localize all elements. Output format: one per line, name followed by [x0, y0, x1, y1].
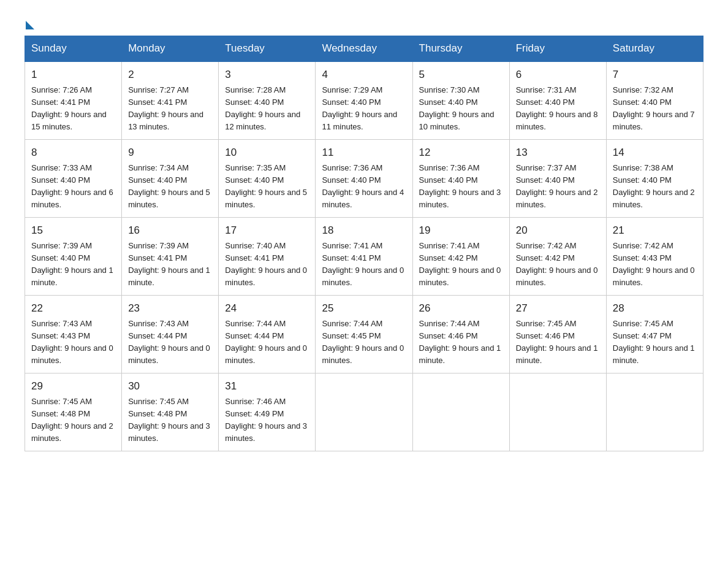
- calendar-week-row: 8Sunrise: 7:33 AMSunset: 4:40 PMDaylight…: [25, 140, 703, 218]
- calendar-cell: 25Sunrise: 7:44 AMSunset: 4:45 PMDayligh…: [316, 296, 412, 373]
- day-info: Sunrise: 7:28 AMSunset: 4:40 PMDaylight:…: [225, 84, 309, 134]
- day-info: Sunrise: 7:39 AMSunset: 4:41 PMDaylight:…: [128, 240, 212, 289]
- day-number: 10: [225, 145, 309, 161]
- day-info: Sunrise: 7:34 AMSunset: 4:40 PMDaylight:…: [128, 162, 212, 212]
- day-number: 25: [322, 301, 406, 316]
- calendar-cell: 11Sunrise: 7:36 AMSunset: 4:40 PMDayligh…: [316, 140, 412, 218]
- day-info: Sunrise: 7:44 AMSunset: 4:46 PMDaylight:…: [419, 318, 503, 367]
- day-number: 16: [128, 223, 212, 239]
- calendar-cell: 21Sunrise: 7:42 AMSunset: 4:43 PMDayligh…: [606, 218, 703, 296]
- day-number: 31: [225, 378, 309, 394]
- calendar-cell: 29Sunrise: 7:45 AMSunset: 4:48 PMDayligh…: [25, 373, 122, 451]
- calendar-week-row: 29Sunrise: 7:45 AMSunset: 4:48 PMDayligh…: [25, 373, 703, 451]
- calendar-cell: [412, 373, 509, 451]
- day-info: Sunrise: 7:38 AMSunset: 4:40 PMDaylight:…: [613, 162, 697, 212]
- day-info: Sunrise: 7:33 AMSunset: 4:40 PMDaylight:…: [31, 162, 115, 212]
- day-number: 2: [128, 67, 212, 83]
- day-number: 7: [613, 67, 697, 83]
- day-info: Sunrise: 7:36 AMSunset: 4:40 PMDaylight:…: [322, 162, 406, 212]
- day-number: 9: [128, 145, 212, 161]
- calendar-cell: 12Sunrise: 7:36 AMSunset: 4:40 PMDayligh…: [412, 140, 509, 218]
- calendar-cell: 17Sunrise: 7:40 AMSunset: 4:41 PMDayligh…: [219, 218, 316, 296]
- day-info: Sunrise: 7:45 AMSunset: 4:48 PMDaylight:…: [128, 396, 212, 445]
- day-info: Sunrise: 7:32 AMSunset: 4:40 PMDaylight:…: [613, 84, 697, 134]
- day-number: 1: [31, 67, 115, 83]
- calendar-cell: 16Sunrise: 7:39 AMSunset: 4:41 PMDayligh…: [122, 218, 219, 296]
- day-info: Sunrise: 7:27 AMSunset: 4:41 PMDaylight:…: [128, 84, 212, 134]
- calendar-cell: 31Sunrise: 7:46 AMSunset: 4:49 PMDayligh…: [219, 373, 316, 451]
- calendar-week-row: 1Sunrise: 7:26 AMSunset: 4:41 PMDaylight…: [25, 61, 703, 140]
- calendar-cell: 6Sunrise: 7:31 AMSunset: 4:40 PMDaylight…: [509, 61, 606, 140]
- calendar-cell: 1Sunrise: 7:26 AMSunset: 4:41 PMDaylight…: [25, 61, 122, 140]
- day-number: 29: [31, 378, 115, 394]
- day-number: 20: [516, 223, 600, 239]
- day-number: 12: [419, 145, 503, 161]
- calendar-cell: 2Sunrise: 7:27 AMSunset: 4:41 PMDaylight…: [122, 61, 219, 140]
- calendar-cell: 3Sunrise: 7:28 AMSunset: 4:40 PMDaylight…: [219, 61, 316, 140]
- day-number: 21: [613, 223, 697, 239]
- calendar-cell: [606, 373, 703, 451]
- day-number: 28: [613, 301, 697, 316]
- day-info: Sunrise: 7:37 AMSunset: 4:40 PMDaylight:…: [516, 162, 600, 212]
- day-info: Sunrise: 7:26 AMSunset: 4:41 PMDaylight:…: [31, 84, 115, 134]
- day-info: Sunrise: 7:41 AMSunset: 4:41 PMDaylight:…: [322, 240, 406, 289]
- day-number: 17: [225, 223, 309, 239]
- calendar-cell: 14Sunrise: 7:38 AMSunset: 4:40 PMDayligh…: [606, 140, 703, 218]
- day-number: 13: [516, 145, 600, 161]
- day-info: Sunrise: 7:40 AMSunset: 4:41 PMDaylight:…: [225, 240, 309, 289]
- calendar-cell: 30Sunrise: 7:45 AMSunset: 4:48 PMDayligh…: [122, 373, 219, 451]
- day-info: Sunrise: 7:30 AMSunset: 4:40 PMDaylight:…: [419, 84, 503, 134]
- calendar-week-row: 15Sunrise: 7:39 AMSunset: 4:40 PMDayligh…: [25, 218, 703, 296]
- day-info: Sunrise: 7:29 AMSunset: 4:40 PMDaylight:…: [322, 84, 406, 134]
- calendar-cell: [316, 373, 412, 451]
- day-number: 3: [225, 67, 309, 83]
- calendar-cell: 22Sunrise: 7:43 AMSunset: 4:43 PMDayligh…: [25, 296, 122, 373]
- calendar-cell: 4Sunrise: 7:29 AMSunset: 4:40 PMDaylight…: [316, 61, 412, 140]
- calendar-cell: 26Sunrise: 7:44 AMSunset: 4:46 PMDayligh…: [412, 296, 509, 373]
- logo: [25, 18, 34, 29]
- day-number: 24: [225, 301, 309, 316]
- day-info: Sunrise: 7:45 AMSunset: 4:48 PMDaylight:…: [31, 396, 115, 445]
- day-header-monday: Monday: [122, 36, 219, 62]
- calendar-cell: 23Sunrise: 7:43 AMSunset: 4:44 PMDayligh…: [122, 296, 219, 373]
- calendar-cell: [509, 373, 606, 451]
- calendar-cell: 8Sunrise: 7:33 AMSunset: 4:40 PMDaylight…: [25, 140, 122, 218]
- day-header-thursday: Thursday: [412, 36, 509, 62]
- calendar-cell: 18Sunrise: 7:41 AMSunset: 4:41 PMDayligh…: [316, 218, 412, 296]
- day-info: Sunrise: 7:45 AMSunset: 4:46 PMDaylight:…: [516, 318, 600, 367]
- day-header-friday: Friday: [509, 36, 606, 62]
- calendar-cell: 7Sunrise: 7:32 AMSunset: 4:40 PMDaylight…: [606, 61, 703, 140]
- day-info: Sunrise: 7:43 AMSunset: 4:43 PMDaylight:…: [31, 318, 115, 367]
- calendar-cell: 15Sunrise: 7:39 AMSunset: 4:40 PMDayligh…: [25, 218, 122, 296]
- day-number: 22: [31, 301, 115, 316]
- day-number: 11: [322, 145, 406, 161]
- day-info: Sunrise: 7:42 AMSunset: 4:43 PMDaylight:…: [613, 240, 697, 289]
- calendar-cell: 9Sunrise: 7:34 AMSunset: 4:40 PMDaylight…: [122, 140, 219, 218]
- day-number: 23: [128, 301, 212, 316]
- calendar-cell: 13Sunrise: 7:37 AMSunset: 4:40 PMDayligh…: [509, 140, 606, 218]
- day-header-saturday: Saturday: [606, 36, 703, 62]
- page-header: [25, 18, 703, 29]
- day-number: 4: [322, 67, 406, 83]
- day-info: Sunrise: 7:36 AMSunset: 4:40 PMDaylight:…: [419, 162, 503, 212]
- day-info: Sunrise: 7:44 AMSunset: 4:44 PMDaylight:…: [225, 318, 309, 367]
- day-info: Sunrise: 7:31 AMSunset: 4:40 PMDaylight:…: [516, 84, 600, 134]
- day-info: Sunrise: 7:41 AMSunset: 4:42 PMDaylight:…: [419, 240, 503, 289]
- day-number: 6: [516, 67, 600, 83]
- day-number: 15: [31, 223, 115, 239]
- day-number: 5: [419, 67, 503, 83]
- day-number: 27: [516, 301, 600, 316]
- day-info: Sunrise: 7:42 AMSunset: 4:42 PMDaylight:…: [516, 240, 600, 289]
- day-number: 18: [322, 223, 406, 239]
- day-number: 8: [31, 145, 115, 161]
- day-number: 14: [613, 145, 697, 161]
- calendar-cell: 5Sunrise: 7:30 AMSunset: 4:40 PMDaylight…: [412, 61, 509, 140]
- day-info: Sunrise: 7:39 AMSunset: 4:40 PMDaylight:…: [31, 240, 115, 289]
- day-info: Sunrise: 7:44 AMSunset: 4:45 PMDaylight:…: [322, 318, 406, 367]
- day-info: Sunrise: 7:43 AMSunset: 4:44 PMDaylight:…: [128, 318, 212, 367]
- calendar-cell: 10Sunrise: 7:35 AMSunset: 4:40 PMDayligh…: [219, 140, 316, 218]
- calendar-cell: 24Sunrise: 7:44 AMSunset: 4:44 PMDayligh…: [219, 296, 316, 373]
- day-number: 19: [419, 223, 503, 239]
- day-number: 26: [419, 301, 503, 316]
- calendar-table: SundayMondayTuesdayWednesdayThursdayFrid…: [25, 36, 703, 451]
